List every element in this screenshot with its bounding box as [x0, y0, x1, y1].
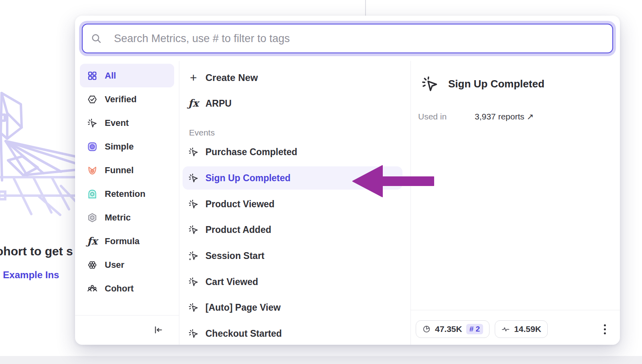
sidebar-item-label: Metric [105, 212, 131, 223]
event-cursor-icon [188, 199, 199, 209]
create-new-label: Create New [205, 72, 258, 83]
panel-divider [365, 0, 366, 18]
list-item-product-added[interactable]: Product Added [183, 218, 402, 241]
funnel-icon [87, 165, 98, 176]
list-item-arpu[interactable]: ƒx ARPU [183, 92, 402, 115]
list-detail-divider [410, 61, 411, 345]
sidebar-item-label: Simple [105, 142, 134, 152]
list-item-label: Product Viewed [205, 199, 274, 210]
cohort-people-icon [87, 283, 98, 294]
list-item-label: Session Start [205, 251, 264, 261]
retention-icon [87, 189, 98, 199]
event-cursor-icon [188, 224, 199, 235]
formula-fx-icon: ƒx [188, 98, 199, 109]
external-link-arrow-icon: ↗ [527, 112, 534, 121]
sidebar-item-verified[interactable]: Verified [80, 87, 174, 111]
sidebar-item-funnel[interactable]: Funnel [80, 158, 174, 182]
sidebar-item-cohort[interactable]: Cohort [80, 277, 174, 300]
sidebar-item-label: Formula [105, 236, 140, 247]
sidebar-item-label: Verified [105, 94, 136, 105]
list-item-auto-page-view[interactable]: [Auto] Page View [183, 296, 402, 319]
pie-chart-icon [422, 325, 431, 334]
sidebar-item-user[interactable]: User [80, 253, 174, 277]
formula-fx-icon: ƒx [87, 236, 98, 247]
app-screen: ohort to get s ore Example Ins A Select … [0, 0, 642, 364]
list-item-label: ARPU [205, 98, 232, 109]
sidebar-item-event[interactable]: Event [80, 111, 174, 135]
sidebar-footer-divider [75, 315, 179, 315]
search-focus-ring [79, 21, 616, 56]
sidebar-item-label: Event [105, 118, 129, 128]
sidebar-item-all[interactable]: All [80, 64, 174, 87]
event-cursor-icon [188, 277, 199, 287]
search-input[interactable] [83, 24, 612, 53]
search-box [82, 24, 613, 53]
events-section-header: Events [183, 127, 402, 138]
total-count-pill[interactable]: 47.35K # 2 [416, 320, 490, 338]
background-subline: ore Example Ins [0, 269, 75, 281]
event-cursor-icon [188, 147, 199, 157]
sidebar-item-formula[interactable]: ƒx Formula [80, 229, 174, 253]
stat-value: 47.35K [435, 324, 462, 334]
event-cursor-icon [87, 118, 98, 128]
list-item-label: Cart Viewed [205, 277, 258, 287]
event-cursor-icon [188, 302, 199, 313]
metric-stats-row: 47.35K # 2 14.59K [416, 320, 548, 338]
sidebar-item-label: Funnel [105, 165, 134, 176]
detail-header: Sign Up Completed [421, 75, 544, 93]
verified-seal-icon [87, 94, 98, 105]
event-cursor-icon [188, 328, 199, 339]
detail-title: Sign Up Completed [448, 78, 544, 90]
sidebar-item-retention[interactable]: Retention [80, 182, 174, 206]
list-item-sign-up-completed[interactable]: Sign Up Completed [183, 166, 402, 190]
list-item-label: Checkout Started [205, 328, 282, 339]
collapse-left-icon [153, 325, 164, 335]
list-item-checkout-started[interactable]: Checkout Started [183, 322, 402, 345]
used-in-row: Used in 3,937 reports ↗ [418, 112, 611, 121]
sidebar-item-metric[interactable]: Metric [80, 206, 174, 229]
more-options-button[interactable] [597, 322, 612, 336]
user-cluster-icon [87, 260, 98, 270]
reports-link[interactable]: 3,937 reports ↗ [475, 112, 534, 121]
sidebar-item-label: All [105, 71, 116, 81]
event-cursor-icon [421, 75, 439, 93]
list-item-label: [Auto] Page View [205, 302, 280, 313]
list-item-label: Purchase Completed [205, 147, 297, 158]
create-new-button[interactable]: + Create New [183, 66, 402, 89]
grid-icon [87, 71, 98, 81]
category-sidebar: All Verified Event Simple Funnel Retenti… [80, 64, 174, 300]
example-insights-link[interactable]: Example Ins [3, 269, 59, 280]
metric-hexagon-icon [87, 212, 98, 223]
sidebar-item-label: Cohort [105, 283, 134, 294]
list-item-cart-viewed[interactable]: Cart Viewed [183, 270, 402, 293]
list-item-product-viewed[interactable]: Product Viewed [183, 192, 402, 216]
list-item-label: Product Added [205, 224, 271, 235]
sidebar-item-label: Retention [105, 189, 145, 199]
list-item-label: Sign Up Completed [205, 173, 291, 184]
decorative-wireframe-art [0, 89, 79, 225]
background-headline-fragment: ohort to get s [0, 245, 75, 258]
detail-footer-divider [410, 310, 620, 310]
event-cursor-icon [188, 173, 199, 183]
sidebar-list-divider [179, 61, 179, 345]
pulse-icon [501, 325, 510, 334]
plus-icon: + [188, 73, 199, 83]
list-item-purchase-completed[interactable]: Purchase Completed [183, 140, 402, 164]
stat-value: 14.59K [514, 324, 541, 334]
activity-count-pill[interactable]: 14.59K [495, 320, 548, 338]
rank-badge: # 2 [466, 324, 483, 334]
list-item-session-start[interactable]: Session Start [183, 244, 402, 267]
used-in-label: Used in [418, 112, 475, 121]
event-cursor-star-icon [188, 251, 199, 261]
metric-picker-dialog: All Verified Event Simple Funnel Retenti… [75, 16, 620, 345]
sidebar-item-simple[interactable]: Simple [80, 135, 174, 158]
sidebar-item-label: User [105, 260, 124, 270]
collapse-sidebar-button[interactable] [151, 323, 166, 337]
simple-metric-icon [87, 142, 98, 152]
